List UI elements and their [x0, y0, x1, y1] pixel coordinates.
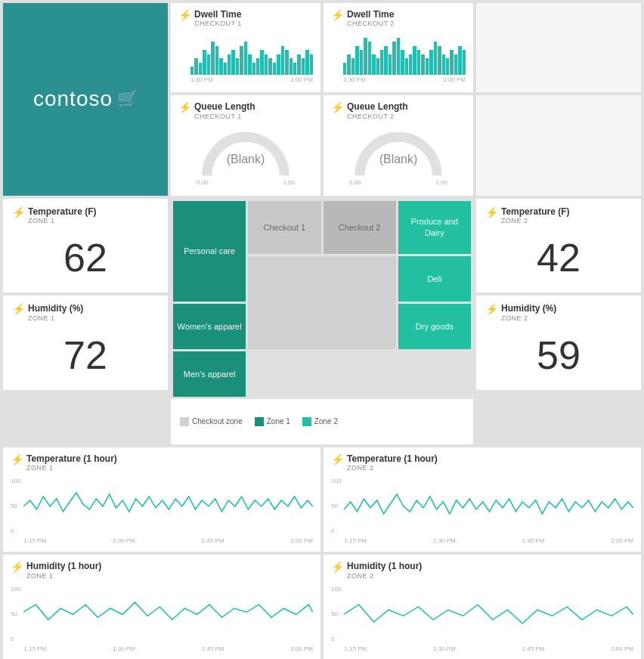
temp-zone1-value: 62: [12, 230, 159, 285]
top-right-empty: [476, 3, 641, 92]
dwell-time-checkout2: ⚡ Dwell Time CHECKOUT 2 1:30 PM 2:00 PM: [324, 3, 473, 92]
legend-zone2-swatch: [302, 417, 311, 426]
dwell2-chart: 1:30 PM 2:00 PM: [331, 33, 466, 86]
humidity-zone1-value: 72: [12, 328, 159, 382]
humid1h-zone1-ymax: 100: [11, 586, 20, 592]
tm-checkout2: Checkout 2: [324, 201, 396, 254]
humid1h-zone2-svg: [344, 586, 633, 642]
treemap-legend: Checkout zone Zone 1 Zone 2: [171, 399, 473, 444]
right-empty-row2: [476, 95, 641, 195]
legend-zone1-label: Zone 1: [267, 417, 290, 425]
temp1h-zone2-header: ⚡ Temperature (1 hour) ZONE 2: [331, 453, 633, 475]
temp-zone1-title: Temperature (F): [28, 206, 96, 217]
humidity-zone1-icon: ⚡: [12, 303, 25, 315]
temp1h-zone1-header: ⚡ Temperature (1 hour) ZONE 1: [11, 453, 313, 475]
queue2-header: ⚡ Queue Length CHECKOUT 2: [331, 101, 466, 122]
dwell1-title: Dwell Time: [194, 9, 242, 20]
temp1h-zone2-subtitle: ZONE 2: [347, 464, 438, 472]
logo-icon: 🛒: [117, 89, 138, 109]
humidity-zone2-title: Humidity (%): [501, 303, 556, 314]
logo-card: contoso 🛒: [3, 3, 168, 196]
temp1h-zone2-ymid: 50: [331, 503, 341, 509]
humidity-zone2-icon: ⚡: [485, 303, 498, 315]
dwell1-time1: 1:30 PM: [190, 76, 213, 83]
temp1h-zone2-ymax: 100: [331, 478, 341, 484]
dwell2-header: ⚡ Dwell Time CHECKOUT 2: [331, 9, 466, 30]
dwell2-subtitle: CHECKOUT 2: [347, 20, 395, 27]
humid1h-zone2-t4: 2:00 PM: [611, 645, 633, 652]
temp1h-zone1-title: Temperature (1 hour): [26, 453, 117, 464]
dwell2-time2: 2:00 PM: [443, 76, 466, 83]
temp1h-zone2-svg: [344, 478, 633, 534]
queue1-icon: ⚡: [178, 101, 191, 113]
humid1h-zone2-subtitle: ZONE 2: [347, 572, 422, 580]
queue2-gauge-wrapper: (Blank): [349, 130, 447, 183]
queue1-blank-label: (Blank): [227, 153, 265, 166]
temp-zone2-title: Temperature (F): [501, 206, 569, 217]
queue1-header: ⚡ Queue Length CHECKOUT 1: [178, 101, 313, 122]
humid1h-zone1-title: Humidity (1 hour): [26, 561, 101, 571]
legend-zone1-swatch: [255, 417, 264, 426]
temp-zone1-subtitle: ZONE 1: [28, 217, 96, 224]
queue-length-checkout2: ⚡ Queue Length CHECKOUT 2 (Blank) 0.00 1…: [324, 95, 473, 195]
temp1h-zone1-svg: [23, 478, 313, 534]
temp1h-zone1-t3: 1:45 PM: [202, 537, 224, 544]
humid1h-zone2-icon: ⚡: [331, 561, 344, 573]
humid1h-zone2-header: ⚡ Humidity (1 hour) ZONE 2: [331, 561, 633, 582]
temp1h-zone1-card: ⚡ Temperature (1 hour) ZONE 1 100 50 0 1…: [3, 447, 320, 552]
humid1h-zone1-t1: 1:15 PM: [23, 645, 46, 652]
dwell-time-checkout1: ⚡ Dwell Time CHECKOUT 1 1:30 PM 2:00 PM: [171, 3, 320, 92]
humidity-zone1-header: ⚡ Humidity (%) ZONE 1: [12, 303, 159, 324]
legend-zone2-label: Zone 2: [314, 417, 338, 425]
temp-zone2-icon: ⚡: [485, 206, 498, 218]
legend-checkout-label: Checkout zone: [192, 417, 243, 425]
humidity-zone1-subtitle: ZONE 1: [28, 314, 83, 322]
tm-dry: Dry goods: [398, 304, 471, 349]
tm-womens: Women's apparel: [173, 304, 246, 349]
dwell1-header: ⚡ Dwell Time CHECKOUT 1: [178, 9, 313, 30]
temp1h-zone2-t3: 1:45 PM: [522, 537, 545, 544]
humidity-zone2-header: ⚡ Humidity (%) ZONE 2: [485, 303, 632, 324]
temp1h-zone1-ymin: 0: [11, 528, 20, 534]
dwell1-subtitle: CHECKOUT 1: [194, 20, 242, 27]
temp-zone2-value: 42: [485, 230, 632, 285]
legend-checkout-swatch: [180, 417, 189, 426]
legend-zone2: Zone 2: [302, 417, 338, 426]
tm-deli: Deli: [398, 256, 471, 302]
temp1h-zone2-card: ⚡ Temperature (1 hour) ZONE 2 100 50 0 1…: [324, 447, 641, 552]
temp-zone2-header: ⚡ Temperature (F) ZONE 2: [485, 206, 632, 227]
temp1h-zone1-t2: 1:30 PM: [113, 537, 135, 544]
humid1h-zone1-t4: 2:00 PM: [290, 645, 313, 652]
humid1h-zone2-t1: 1:15 PM: [344, 645, 367, 652]
queue1-gauge: (Blank) 0.00 1.00: [178, 126, 313, 190]
temp1h-zone1-subtitle: ZONE 1: [26, 464, 117, 472]
humid1h-zone2-card: ⚡ Humidity (1 hour) ZONE 2 100 50 0 1:15…: [324, 555, 641, 659]
temp-zone1-card: ⚡ Temperature (F) ZONE 1 62: [3, 199, 168, 292]
temp1h-zone1-ymid: 50: [11, 503, 20, 509]
humid1h-zone2-t2: 1:30 PM: [433, 645, 456, 652]
queue2-icon: ⚡: [331, 101, 344, 113]
tm-checkout1: Checkout 1: [248, 201, 320, 254]
humidity-zone2-value: 59: [485, 328, 632, 382]
humid1h-zone2-t3: 1:45 PM: [522, 645, 545, 652]
dwell2-icon: ⚡: [331, 9, 344, 21]
temp-zone1-header: ⚡ Temperature (F) ZONE 1: [12, 206, 159, 227]
temp1h-zone2-chart: 100 50 0 1:15 PM 1:30 PM 1:45 PM 2:00 PM: [331, 478, 633, 546]
temp1h-zone1-chart: 100 50 0 1:15 PM 1:30 PM 1:45 PM 2:00 PM: [11, 478, 313, 546]
humidity-zone1-card: ⚡ Humidity (%) ZONE 1 72: [3, 295, 168, 389]
humidity-zone1-title: Humidity (%): [28, 303, 83, 314]
humid1h-zone1-t2: 1:30 PM: [113, 645, 135, 652]
queue1-gauge-wrapper: (Blank): [197, 130, 295, 183]
humid1h-zone2-ymax: 100: [331, 586, 341, 592]
legend-zone1: Zone 1: [255, 417, 290, 426]
humid1h-zone1-svg: [23, 586, 313, 642]
humid1h-zone1-t3: 1:45 PM: [202, 645, 224, 652]
tm-produce: Produce and Dairy: [398, 201, 471, 254]
temp1h-zone1-icon: ⚡: [11, 453, 23, 466]
humid1h-zone2-ymid: 50: [331, 611, 341, 617]
dwell1-icon: ⚡: [178, 9, 191, 21]
temp1h-zone2-ymin: 0: [331, 528, 341, 534]
temp1h-zone2-title: Temperature (1 hour): [347, 453, 438, 464]
logo-text: contoso: [33, 87, 113, 111]
humid1h-zone1-icon: ⚡: [11, 561, 23, 573]
